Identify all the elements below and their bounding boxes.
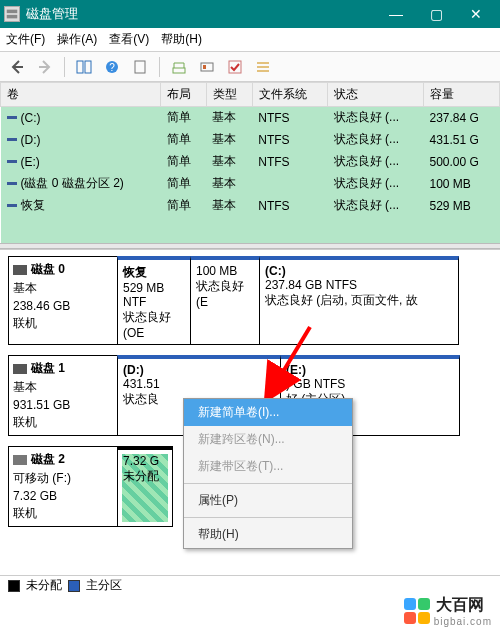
maximize-button[interactable]: ▢ (416, 0, 456, 28)
help-icon[interactable]: ? (101, 56, 123, 78)
col-layout[interactable]: 布局 (161, 83, 207, 107)
volume-type: 基本 (206, 129, 252, 151)
ctx-new-striped-volume: 新建带区卷(T)... (184, 453, 352, 480)
disk-status: 联机 (13, 414, 113, 431)
partition-status: 未分配 (123, 468, 167, 485)
col-status[interactable]: 状态 (328, 83, 424, 107)
volume-fs: NTFS (252, 129, 328, 151)
volume-name: 恢复 (21, 197, 45, 214)
menu-action[interactable]: 操作(A) (57, 31, 97, 48)
disk-status: 联机 (13, 315, 113, 332)
volume-type: 基本 (206, 195, 252, 217)
col-capacity[interactable]: 容量 (423, 83, 499, 107)
disk-row: 磁盘 0 基本 238.46 GB 联机恢复 529 MB NTF 状态良好 (… (8, 256, 492, 345)
volume-capacity: 100 MB (423, 173, 499, 195)
volume-type: 基本 (206, 107, 252, 129)
toolbar-list-icon[interactable] (252, 56, 274, 78)
volume-list[interactable]: 卷 布局 类型 文件系统 状态 容量 (C:) 简单 基本 NTFS 状态良好 … (0, 82, 500, 243)
close-button[interactable]: ✕ (456, 0, 496, 28)
volume-row[interactable]: (D:) 简单 基本 NTFS 状态良好 (... 431.51 G (1, 129, 500, 151)
app-icon (4, 6, 20, 22)
disk-label: 磁盘 1 (31, 360, 65, 377)
legend-swatch-unallocated (8, 580, 20, 592)
svg-rect-0 (7, 10, 18, 14)
forward-button[interactable] (34, 56, 56, 78)
window-titlebar: 磁盘管理 — ▢ ✕ (0, 0, 500, 28)
disk-header[interactable]: 磁盘 0 基本 238.46 GB 联机 (8, 256, 118, 345)
volume-icon (7, 182, 17, 185)
menu-help[interactable]: 帮助(H) (161, 31, 202, 48)
volume-row[interactable]: 恢复 简单 基本 NTFS 状态良好 (... 529 MB (1, 195, 500, 217)
disk-label: 磁盘 2 (31, 451, 65, 468)
partition-title: (D:) (123, 363, 275, 377)
partition[interactable]: 恢复 529 MB NTF 状态良好 (OE (117, 256, 191, 345)
partition[interactable]: 100 MB 状态良好 (E (190, 256, 260, 345)
col-volume[interactable]: 卷 (1, 83, 161, 107)
partition-title: (E:) (286, 363, 454, 377)
volume-status: 状态良好 (... (328, 173, 424, 195)
svg-rect-1 (7, 15, 18, 19)
volume-layout: 简单 (161, 129, 207, 151)
partition-size: 431.51 (123, 377, 275, 391)
disk-header[interactable]: 磁盘 2 可移动 (F:) 7.32 GB 联机 (8, 446, 118, 527)
volume-icon (7, 138, 17, 141)
ctx-properties[interactable]: 属性(P) (184, 487, 352, 514)
volume-fs (252, 173, 328, 195)
partition-size: 7.32 G (123, 454, 167, 468)
volume-icon (7, 204, 17, 207)
toolbar-doc-icon[interactable] (129, 56, 151, 78)
disk-kind: 可移动 (F:) (13, 470, 113, 487)
volume-row[interactable]: (磁盘 0 磁盘分区 2) 简单 基本 状态良好 (... 100 MB (1, 173, 500, 195)
svg-rect-8 (201, 63, 213, 71)
svg-rect-2 (77, 61, 83, 73)
volume-status: 状态良好 (... (328, 107, 424, 129)
svg-rect-3 (85, 61, 91, 73)
disk-size: 931.51 GB (13, 398, 113, 412)
legend-primary: 主分区 (86, 577, 122, 594)
ctx-new-simple-volume[interactable]: 新建简单卷(I)... (184, 399, 352, 426)
svg-rect-6 (135, 61, 145, 73)
volume-capacity: 500.00 G (423, 151, 499, 173)
legend-bar: 未分配 主分区 (0, 575, 500, 595)
volume-layout: 简单 (161, 151, 207, 173)
partition-size: 237.84 GB NTFS (265, 278, 453, 292)
back-button[interactable] (6, 56, 28, 78)
col-type[interactable]: 类型 (206, 83, 252, 107)
legend-swatch-primary (68, 580, 80, 592)
toolbar-panel-icon[interactable] (73, 56, 95, 78)
volume-type: 基本 (206, 173, 252, 195)
volume-fs: NTFS (252, 107, 328, 129)
col-fs[interactable]: 文件系统 (252, 83, 328, 107)
volume-fs: NTFS (252, 151, 328, 173)
ctx-separator (184, 517, 352, 518)
minimize-button[interactable]: — (376, 0, 416, 28)
svg-rect-10 (229, 61, 241, 73)
partition-title: 恢复 (123, 264, 185, 281)
menu-view[interactable]: 查看(V) (109, 31, 149, 48)
watermark-text: 大百网 (436, 595, 492, 616)
volume-row[interactable]: (C:) 简单 基本 NTFS 状态良好 (... 237.84 G (1, 107, 500, 129)
volume-fs: NTFS (252, 195, 328, 217)
disk-kind: 基本 (13, 280, 113, 297)
partition-size: 529 MB NTF (123, 281, 185, 309)
partition[interactable]: (C:) 237.84 GB NTFS 状态良好 (启动, 页面文件, 故 (259, 256, 459, 345)
legend-unallocated: 未分配 (26, 577, 62, 594)
menu-file[interactable]: 文件(F) (6, 31, 45, 48)
volume-row[interactable]: (E:) 简单 基本 NTFS 状态良好 (... 500.00 G (1, 151, 500, 173)
ctx-help[interactable]: 帮助(H) (184, 521, 352, 548)
disk-label: 磁盘 0 (31, 261, 65, 278)
volume-status: 状态良好 (... (328, 151, 424, 173)
refresh-icon[interactable] (168, 56, 190, 78)
disk-icon (13, 364, 27, 374)
settings-icon[interactable] (196, 56, 218, 78)
toolbar-check-icon[interactable] (224, 56, 246, 78)
partition-status: 状态良好 (E (196, 278, 254, 309)
volume-capacity: 237.84 G (423, 107, 499, 129)
svg-rect-9 (203, 65, 206, 69)
disk-kind: 基本 (13, 379, 113, 396)
svg-text:?: ? (109, 62, 115, 73)
context-menu: 新建简单卷(I)... 新建跨区卷(N)... 新建带区卷(T)... 属性(P… (183, 398, 353, 549)
disk-header[interactable]: 磁盘 1 基本 931.51 GB 联机 (8, 355, 118, 436)
partition-unallocated[interactable]: 7.32 G 未分配 (117, 446, 173, 527)
window-title: 磁盘管理 (26, 5, 376, 23)
